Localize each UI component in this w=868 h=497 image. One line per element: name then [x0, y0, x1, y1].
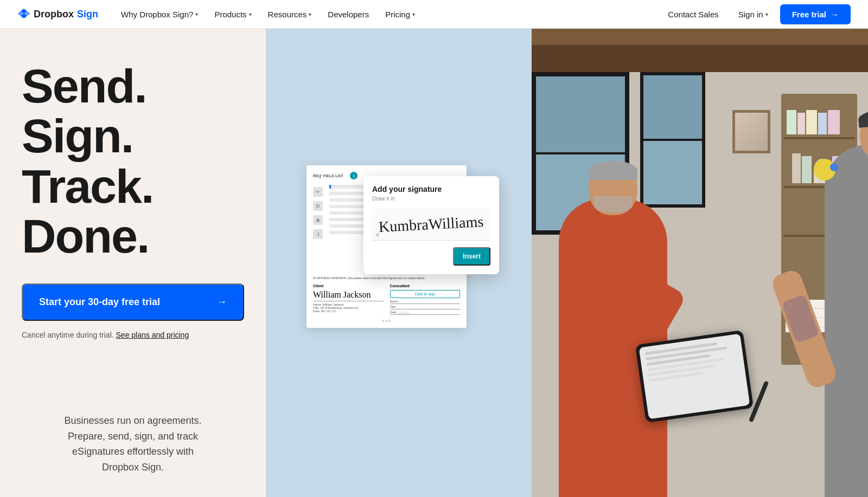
- free-trial-cta-button[interactable]: Start your 30-day free trial →: [22, 283, 244, 321]
- signature-columns: Client William Jackson Name: William Jac…: [313, 284, 460, 316]
- navbar: Dropbox Sign Why Dropbox Sign? ▾ Product…: [0, 0, 868, 29]
- doc-icon-column: ✏ ⊞ ◉ ℹ: [313, 187, 323, 239]
- consultant-date-field: Date: __/__/__: [390, 311, 461, 315]
- wall-picture-frame: [732, 110, 770, 153]
- field-list-label: REQ' FIELD LIST: [313, 174, 343, 178]
- client-signature: William Jackson: [313, 290, 384, 301]
- person-left-head: [589, 161, 637, 215]
- consultant-title-field: Title:: [390, 305, 461, 309]
- hero-right-panel: [532, 29, 868, 497]
- client-date: Date: 08 / 10 / 21: [313, 309, 384, 313]
- photo-background: [532, 29, 868, 497]
- witness-text: IN WITNESS WHEREOF, the parties have exe…: [313, 276, 460, 280]
- hero-headline: Send. Sign. Track. Done.: [22, 61, 244, 262]
- contact-sales-link[interactable]: Contact Sales: [660, 7, 726, 22]
- shelf-item: [828, 110, 840, 134]
- picture-content: [735, 113, 768, 151]
- field-count-badge: 1: [350, 172, 358, 179]
- decorative-ball-blue: [830, 163, 838, 171]
- doc-footer: IN WITNESS WHEREOF, the parties have exe…: [313, 276, 460, 322]
- client-column: Client William Jackson Name: William Jac…: [313, 284, 384, 316]
- click-to-sign-button[interactable]: Click to sign: [390, 290, 461, 298]
- drawn-signature: KumbraWilliams: [379, 212, 484, 235]
- plans-pricing-link[interactable]: See plans and pricing: [116, 331, 189, 339]
- shelf-item: [787, 110, 796, 134]
- brand-name-dropbox: Dropbox: [34, 9, 74, 20]
- tablet-content: [639, 334, 746, 391]
- shelf-item: [802, 156, 812, 183]
- doc-edit-icon[interactable]: ✏: [313, 187, 323, 197]
- nav-item-resources[interactable]: Resources ▾: [260, 7, 320, 22]
- nav-item-developers[interactable]: Developers: [320, 7, 376, 22]
- ceiling-light: [532, 29, 868, 45]
- consultant-label: Consultant: [390, 284, 461, 288]
- free-trial-button[interactable]: Free trial →: [780, 4, 851, 24]
- person-right-torso: [825, 145, 868, 497]
- consultant-column: Consultant Click to sign Name: Title: Da…: [390, 284, 461, 316]
- doc-image-icon[interactable]: ⊞: [313, 201, 323, 211]
- doc-info-icon[interactable]: ℹ: [313, 229, 323, 239]
- shelf-1: [783, 137, 855, 139]
- signature-canvas[interactable]: ✕ KumbraWilliams: [372, 208, 490, 241]
- person-left-beard: [594, 196, 632, 212]
- sign-in-button[interactable]: Sign in ▾: [731, 7, 776, 22]
- signature-modal: Add your signature Draw it in ✕ KumbraWi…: [363, 176, 499, 274]
- dropbox-icon: [17, 8, 30, 21]
- sig-modal-title: Add your signature: [372, 185, 490, 193]
- chevron-down-icon: ▾: [309, 11, 311, 17]
- doc-photo-icon[interactable]: ◉: [313, 215, 323, 225]
- chevron-down-icon: ▾: [195, 11, 198, 17]
- chevron-down-icon: ▾: [765, 11, 768, 17]
- hero-left-panel: Send. Sign. Track. Done. Start your 30-d…: [0, 29, 266, 497]
- business-description: Businesses run on agreements. Prepare, s…: [22, 413, 244, 475]
- tablet-screen: [639, 334, 750, 419]
- sig-modal-subtitle: Draw it in: [372, 196, 490, 202]
- hero-bottom-text-block: Businesses run on agreements. Prepare, s…: [22, 391, 244, 475]
- ceiling-element: [532, 29, 868, 72]
- shelf-item: [792, 153, 801, 183]
- brand-logo[interactable]: Dropbox Sign: [17, 8, 98, 21]
- nav-item-why[interactable]: Why Dropbox Sign? ▾: [113, 7, 206, 22]
- person-left-hair: [589, 161, 637, 180]
- shelf-item: [806, 110, 817, 134]
- client-label: Client: [313, 284, 384, 288]
- nav-right: Contact Sales Sign in ▾ Free trial →: [660, 4, 851, 24]
- nav-item-pricing[interactable]: Pricing ▾: [378, 7, 423, 22]
- insert-signature-button[interactable]: Insert: [453, 247, 490, 266]
- shelf-item: [818, 113, 827, 134]
- page-number: 5 of 5: [313, 319, 460, 322]
- shelf-item: [797, 113, 805, 134]
- nav-item-products[interactable]: Products ▾: [207, 7, 259, 22]
- hero-section: Send. Sign. Track. Done. Start your 30-d…: [0, 29, 868, 497]
- nav-links: Why Dropbox Sign? ▾ Products ▾ Resources…: [113, 7, 660, 22]
- document-mockup: REQ' FIELD LIST 1 ✏ ⊞ ◉ ℹ: [301, 165, 496, 339]
- window-frame-right: [640, 72, 705, 208]
- tablet-device: [635, 330, 754, 423]
- arrow-right-icon: →: [217, 296, 227, 308]
- cancel-text: Cancel anytime during trial. See plans a…: [22, 331, 244, 339]
- chevron-down-icon: ▾: [412, 11, 415, 17]
- hero-center-panel: REQ' FIELD LIST 1 ✏ ⊞ ◉ ℹ: [266, 29, 532, 497]
- arrow-right-icon: →: [831, 10, 839, 19]
- brand-name-sign: Sign: [77, 9, 98, 20]
- consultant-name-field: Name:: [390, 300, 461, 304]
- chevron-down-icon: ▾: [249, 11, 252, 17]
